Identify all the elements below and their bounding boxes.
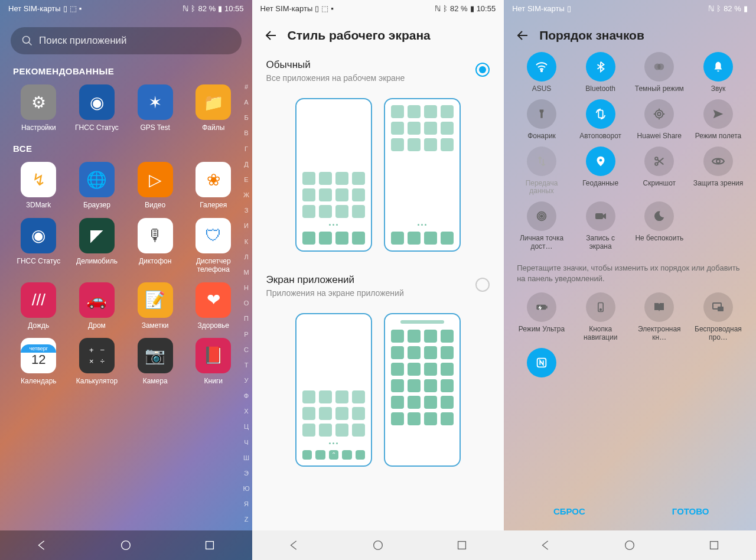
tile-data[interactable]: Передача данных	[513, 146, 570, 196]
nav-recent[interactable]	[708, 539, 721, 552]
index-letter[interactable]: И	[243, 222, 249, 230]
svg-point-4	[374, 541, 383, 550]
app-браузер[interactable]: 🌐Браузер	[68, 162, 126, 209]
search-input[interactable]: Поиск приложений	[11, 27, 242, 54]
index-letter[interactable]: Д	[243, 160, 249, 169]
battery-pct: 82 %	[198, 4, 216, 13]
index-letter[interactable]: Ш	[243, 454, 249, 463]
index-letter[interactable]: Л	[243, 253, 249, 262]
app-здоровье[interactable]: ❤Здоровье	[184, 282, 243, 330]
back-button[interactable]	[516, 28, 530, 43]
index-letter[interactable]: Ч	[243, 438, 249, 447]
tile-bt[interactable]: Bluetooth	[572, 52, 629, 93]
tile-plane[interactable]: Режим полета	[690, 99, 747, 141]
index-letter[interactable]: Ю	[243, 484, 249, 493]
phone-home-screen: Нет SIM-карты ▯ ⬚ ▪ ℕ ᛒ 82 % ▮ 10:55 Пои…	[0, 0, 252, 560]
index-letter[interactable]: Т	[243, 361, 249, 370]
nfc-icon: ℕ	[183, 4, 188, 13]
app-гнсс-статус[interactable]: ◉ГНСС Статус	[68, 84, 126, 132]
app-видео[interactable]: ▷Видео	[126, 162, 184, 209]
app-гнсс-статус[interactable]: ◉ГНСС Статус	[9, 218, 68, 274]
tile-label: Huawei Share	[637, 132, 682, 141]
index-letter[interactable]: Ц	[243, 422, 249, 431]
index-letter[interactable]: #	[243, 83, 249, 92]
alpha-index[interactable]: #АБВГДЕЖЗИКЛМНОПРСТУФХЦЧШЭЮЯZ	[243, 83, 249, 525]
app-label: Камера	[143, 377, 168, 385]
app-настройки[interactable]: ⚙Настройки	[9, 84, 68, 132]
app-диспетчер-телефона[interactable]: 🛡Диспетчер телефона	[184, 218, 243, 274]
nav-back[interactable]	[539, 539, 552, 552]
app-диктофон[interactable]: 🎙Диктофон	[126, 218, 184, 274]
index-letter[interactable]: Я	[243, 500, 249, 509]
tile-moon[interactable]: Не беспокоить	[631, 201, 687, 251]
nav-home[interactable]	[119, 539, 132, 552]
index-letter[interactable]: Е	[243, 175, 249, 184]
section-all: ВСЕ	[13, 144, 252, 154]
tile-cast[interactable]: Беспроводная про…	[690, 292, 747, 342]
tile-pin[interactable]: Геоданные	[572, 146, 629, 196]
tile-scissors[interactable]: Скриншот	[631, 146, 687, 196]
nav-recent[interactable]	[455, 539, 468, 552]
app-gps-test[interactable]: ✶GPS Test	[126, 84, 184, 132]
index-letter[interactable]: В	[243, 129, 249, 138]
index-letter[interactable]: З	[243, 206, 249, 215]
index-letter[interactable]: Ж	[243, 191, 249, 200]
torch-icon	[527, 99, 556, 129]
tile-share[interactable]: Huawei Share	[631, 99, 687, 141]
nav-home[interactable]	[372, 539, 384, 552]
tile-hotspot[interactable]: Личная точка дост…	[513, 201, 570, 251]
app-камера[interactable]: 📷Камера	[126, 338, 184, 385]
app-3dmark[interactable]: ↯3DMark	[9, 162, 68, 209]
tile-bell[interactable]: Звук	[690, 52, 747, 93]
tile-label: Режим полета	[695, 132, 742, 141]
tile-eye[interactable]: Защита зрения	[690, 146, 747, 196]
tile-torch[interactable]: Фонарик	[513, 99, 570, 141]
tile-wifi[interactable]: ASUS	[513, 52, 570, 93]
app-label: Заметки	[142, 321, 169, 330]
radio-selected[interactable]	[475, 63, 490, 77]
index-letter[interactable]: Э	[243, 469, 249, 478]
index-letter[interactable]: Z	[243, 515, 249, 524]
nav-back[interactable]	[288, 539, 301, 552]
index-letter[interactable]: Р	[243, 330, 249, 339]
tile-nfc[interactable]	[513, 348, 570, 377]
tiles-main: ASUSBluetoothТемный режимЗвукФонарикАвто…	[504, 48, 756, 255]
done-button[interactable]: ГОТОВО	[630, 497, 751, 526]
index-letter[interactable]: Ф	[243, 392, 249, 401]
app-книги[interactable]: 📕Книги	[184, 338, 243, 385]
tile-rotate[interactable]: Автоповорот	[572, 99, 629, 141]
index-letter[interactable]: У	[243, 376, 249, 385]
radio-unselected[interactable]	[475, 278, 490, 292]
app-галерея[interactable]: ❀Галерея	[184, 162, 243, 209]
nav-back[interactable]	[35, 539, 48, 552]
app-дождь[interactable]: ///Дождь	[9, 282, 68, 330]
index-letter[interactable]: Х	[243, 407, 249, 416]
app-label: Дождь	[28, 321, 49, 330]
reset-button[interactable]: СБРОС	[509, 497, 630, 526]
app-календарь[interactable]: четверг12Календарь	[9, 338, 68, 385]
app-дром[interactable]: 🚗Дром	[68, 282, 126, 330]
index-letter[interactable]: К	[243, 237, 249, 246]
tile-rec[interactable]: Запись с экрана	[572, 201, 629, 251]
back-button[interactable]	[264, 28, 278, 43]
index-letter[interactable]: А	[243, 98, 249, 107]
tile-navbtn[interactable]: Кнопка навигации	[572, 292, 629, 342]
nav-home[interactable]	[623, 539, 636, 552]
index-letter[interactable]: Г	[243, 145, 249, 154]
index-letter[interactable]: О	[243, 299, 249, 308]
app-калькулятор[interactable]: +−×÷Калькулятор	[68, 338, 126, 385]
option-standard[interactable]: Обычный Все приложения на рабочем экране	[252, 51, 504, 89]
nav-recent[interactable]	[203, 539, 216, 552]
tile-book[interactable]: Электронная кн…	[631, 292, 687, 342]
app-файлы[interactable]: 📁Файлы	[184, 84, 243, 132]
index-letter[interactable]: М	[243, 268, 249, 277]
index-letter[interactable]: Н	[243, 284, 249, 292]
index-letter[interactable]: Б	[243, 113, 249, 122]
option-drawer[interactable]: Экран приложений Приложения на экране пр…	[252, 266, 504, 304]
tile-dark[interactable]: Темный режим	[631, 52, 687, 93]
app-заметки[interactable]: 📝Заметки	[126, 282, 184, 330]
app-делимобиль[interactable]: ◤Делимобиль	[68, 218, 126, 274]
index-letter[interactable]: С	[243, 346, 249, 354]
index-letter[interactable]: П	[243, 314, 249, 323]
tile-ultra[interactable]: Режим Ультра	[513, 292, 570, 342]
